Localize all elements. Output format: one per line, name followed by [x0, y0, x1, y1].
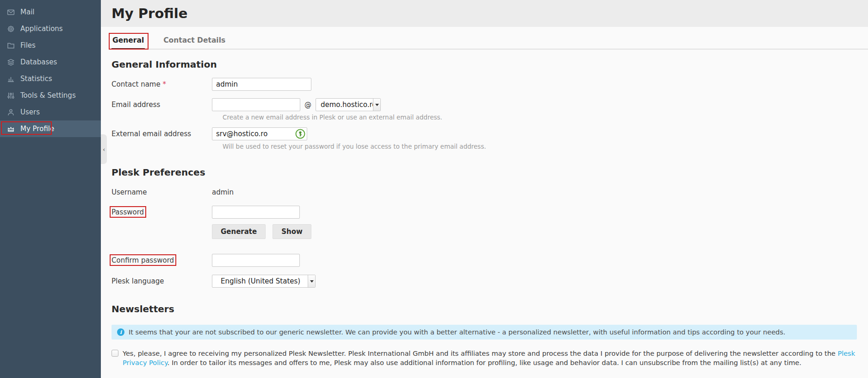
newsletter-consent-row: Yes, please, I agree to receiving my per… — [112, 349, 857, 368]
tab-general[interactable]: General — [112, 36, 145, 50]
username-label: Username — [112, 188, 212, 196]
username-value: admin — [212, 188, 234, 196]
generate-password-button[interactable]: Generate — [212, 224, 266, 239]
sidebar-item-files[interactable]: Files — [0, 37, 101, 54]
sidebar-item-my-profile[interactable]: My Profile — [0, 120, 101, 137]
sidebar-item-mail[interactable]: Mail — [0, 4, 101, 20]
plesk-language-label: Plesk language — [112, 277, 212, 285]
confirm-password-input[interactable] — [212, 254, 300, 267]
sidebar-item-label: Tools & Settings — [20, 91, 76, 100]
sliders-icon — [6, 91, 15, 100]
contact-name-label: Contact name * — [112, 80, 212, 88]
email-address-label: Email address — [112, 101, 212, 109]
page-header: My Profile — [101, 0, 868, 27]
email-help-text: Create a new email address in Plesk or u… — [223, 113, 868, 121]
sidebar-item-label: Applications — [20, 25, 63, 33]
external-email-input[interactable] — [212, 127, 307, 140]
username-row: Username admin — [112, 188, 868, 196]
mail-icon — [6, 7, 15, 17]
sidebar-item-users[interactable]: Users — [0, 104, 101, 120]
external-email-row: External email address — [112, 127, 868, 140]
newsletter-consent-text: Yes, please, I agree to receiving my per… — [123, 349, 857, 368]
contact-name-input[interactable] — [212, 78, 311, 91]
chevron-left-icon: ‹ — [103, 146, 105, 153]
main-content: ‹ My Profile General Contact Details Gen… — [101, 0, 868, 378]
section-heading-newsletters: Newsletters — [112, 303, 868, 315]
show-password-button[interactable]: Show — [273, 224, 311, 239]
sidebar-item-label: Databases — [20, 58, 57, 66]
email-domain-select[interactable]: demo.hostico.ro — [316, 98, 381, 111]
password-buttons-row: Generate Show — [112, 224, 868, 239]
plesk-preferences-form: Username admin Password Generate Show Co… — [112, 188, 868, 288]
page-title: My Profile — [112, 6, 187, 21]
password-input[interactable] — [212, 206, 300, 219]
contact-name-row: Contact name * — [112, 78, 868, 91]
section-heading-general-information: General Information — [112, 59, 868, 70]
newsletter-consent-checkbox[interactable] — [112, 350, 118, 357]
chevron-down-icon[interactable] — [308, 275, 315, 287]
plesk-language-select[interactable]: English (United States) — [212, 275, 316, 288]
bar-chart-icon — [6, 74, 15, 83]
sidebar-item-applications[interactable]: Applications — [0, 20, 101, 37]
password-row: Password — [112, 206, 868, 219]
sidebar-collapse-handle[interactable]: ‹ — [101, 134, 107, 164]
sidebar-item-label: Users — [20, 108, 40, 116]
email-local-part-input[interactable] — [212, 98, 300, 111]
sidebar-item-label: Statistics — [20, 75, 52, 83]
external-email-label: External email address — [112, 130, 212, 138]
external-email-help-text: Will be used to reset your password if y… — [223, 143, 868, 150]
sidebar-item-label: Files — [20, 41, 36, 50]
folder-icon — [6, 41, 15, 50]
password-label: Password — [112, 208, 212, 216]
at-sign: @ — [304, 101, 311, 109]
general-information-form: Contact name * Email address @ demo.host… — [112, 78, 868, 150]
sidebar-item-tools-settings[interactable]: Tools & Settings — [0, 87, 101, 104]
external-email-field-wrap — [212, 127, 307, 140]
gear-icon — [6, 24, 15, 33]
email-address-row: Email address @ demo.hostico.ro — [112, 98, 868, 111]
sidebar-item-label: My Profile — [20, 125, 54, 133]
confirm-password-label: Confirm password — [112, 256, 212, 265]
sidebar-item-databases[interactable]: Databases — [0, 54, 101, 70]
tab-bar: General Contact Details — [112, 36, 868, 50]
sidebar-item-statistics[interactable]: Statistics — [0, 70, 101, 87]
password-manager-key-icon[interactable] — [295, 129, 305, 139]
newsletter-info-banner: i It seems that your are not subscribed … — [112, 325, 857, 340]
confirm-password-row: Confirm password — [112, 254, 868, 267]
section-heading-plesk-preferences: Plesk Preferences — [112, 167, 868, 178]
sidebar-item-label: Mail — [20, 8, 34, 16]
layers-icon — [6, 57, 15, 67]
user-icon — [6, 107, 15, 117]
required-asterisk: * — [162, 80, 166, 88]
sidebar: Mail Applications Files Databases — [0, 0, 101, 378]
tab-contact-details[interactable]: Contact Details — [162, 36, 226, 50]
info-icon: i — [117, 328, 124, 336]
chevron-down-icon[interactable] — [373, 99, 380, 111]
plesk-language-row: Plesk language English (United States) — [112, 275, 868, 288]
crown-icon — [6, 124, 15, 133]
newsletter-banner-text: It seems that your are not subscribed to… — [129, 328, 785, 336]
